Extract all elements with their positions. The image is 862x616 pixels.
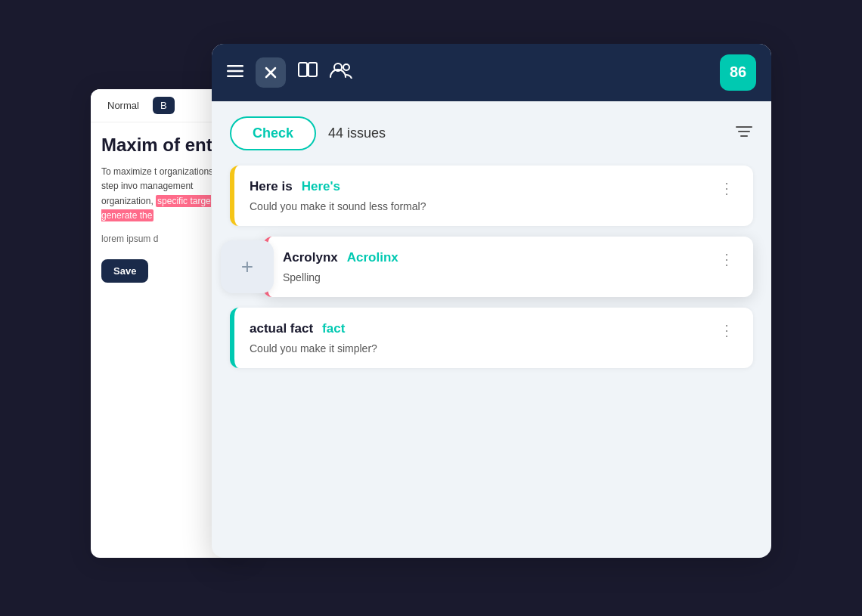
card-original-1: Here is xyxy=(250,179,293,194)
svg-rect-2 xyxy=(227,76,243,78)
issue-card-1: Here is Here's Could you make it sound l… xyxy=(230,166,753,226)
check-bar: Check 44 issues xyxy=(230,116,753,150)
filter-icon[interactable] xyxy=(735,124,753,143)
card-suggestion-2: Acrolinx xyxy=(347,250,398,265)
people-icon[interactable] xyxy=(330,62,352,82)
check-button[interactable]: Check xyxy=(230,116,316,150)
issues-count: 44 issues xyxy=(328,125,723,141)
issue-card-2: Acrolynx Acrolinx Spelling ⋮ xyxy=(263,237,753,297)
close-icon[interactable] xyxy=(256,57,286,88)
svg-rect-0 xyxy=(227,65,243,67)
card-body-2: Acrolynx Acrolinx Spelling xyxy=(283,250,716,283)
svg-rect-5 xyxy=(299,63,307,76)
svg-point-9 xyxy=(343,64,349,70)
checker-content: Check 44 issues Here is Here's xyxy=(212,101,771,394)
card-body-3: actual fact fact Could you make it simpl… xyxy=(250,321,716,354)
bold-style-button[interactable]: B xyxy=(153,97,175,114)
svg-rect-1 xyxy=(227,70,243,73)
card-title-2: Acrolynx Acrolinx xyxy=(283,250,716,265)
card-menu-2[interactable]: ⋮ xyxy=(716,250,738,268)
checker-panel: 86 Check 44 issues H xyxy=(212,44,771,558)
card-original-3: actual fact xyxy=(250,321,313,336)
menu-icon[interactable] xyxy=(227,63,243,81)
card-menu-1[interactable]: ⋮ xyxy=(716,179,738,197)
issue-card-3: actual fact fact Could you make it simpl… xyxy=(230,308,753,368)
svg-rect-6 xyxy=(309,63,317,76)
card-suggestion-3: fact xyxy=(322,321,345,336)
normal-style-button[interactable]: Normal xyxy=(100,97,147,114)
book-icon[interactable] xyxy=(298,61,318,83)
card-original-2: Acrolynx xyxy=(283,250,338,265)
score-badge: 86 xyxy=(720,54,756,91)
card-title-1: Here is Here's xyxy=(250,179,716,194)
checker-header: 86 xyxy=(212,44,771,101)
card-menu-3[interactable]: ⋮ xyxy=(716,321,738,339)
card-description-2: Spelling xyxy=(283,271,716,283)
save-button[interactable]: Save xyxy=(101,259,148,283)
card-description-1: Could you make it sound less formal? xyxy=(250,200,716,212)
card-body-1: Here is Here's Could you make it sound l… xyxy=(250,179,716,212)
card-title-3: actual fact fact xyxy=(250,321,716,336)
card-2-wrapper: + Acrolynx Acrolinx Spelling ⋮ xyxy=(230,237,753,297)
add-button[interactable]: + xyxy=(221,240,274,293)
card-description-3: Could you make it simpler? xyxy=(250,342,716,354)
card-suggestion-1: Here's xyxy=(302,179,340,194)
